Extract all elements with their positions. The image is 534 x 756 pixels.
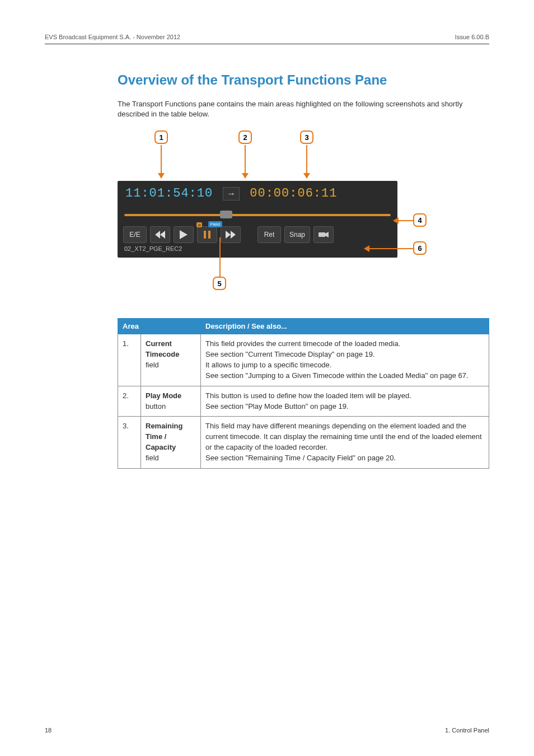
section-title: Overview of the Transport Functions Pane <box>118 72 489 88</box>
chapter-label: 1. Control Panel <box>445 727 489 734</box>
callout-line <box>219 237 221 277</box>
pause-button[interactable]: o Field <box>197 226 217 243</box>
arrow-down-icon <box>158 173 165 179</box>
transport-panel: 11:01:54:10 → 00:00:06:11 E/E <box>118 181 397 258</box>
camera-button[interactable] <box>313 226 334 243</box>
transport-diagram: 1 2 3 11:01:54:10 → 00:00:06:11 <box>118 130 431 302</box>
arrow-down-icon <box>303 173 310 179</box>
row-label: Play Mode button <box>141 386 201 417</box>
row-label: Current Timecode field <box>141 334 201 386</box>
table-row: 1. Current Timecode field This field pro… <box>118 334 489 386</box>
callout-2: 2 <box>238 130 252 144</box>
remaining-time-field: 00:00:06:11 <box>250 186 337 200</box>
arrow-down-icon <box>242 173 249 179</box>
callout-1: 1 <box>154 130 168 144</box>
callout-line <box>306 145 307 174</box>
label-bold: Remaining <box>146 422 182 430</box>
th-area: Area <box>118 319 201 334</box>
callout-line <box>245 145 246 174</box>
row-num: 3. <box>118 417 141 468</box>
th-desc: Description / See also... <box>201 319 489 334</box>
desc-line: It allows to jump to a specific timecode… <box>205 361 331 369</box>
desc-line: This button is used to define how the lo… <box>205 391 411 400</box>
pause-badge-field: Field <box>208 221 222 227</box>
header-right: Issue 6.00.B <box>455 34 489 40</box>
intro-text: The Transport Functions pane contains th… <box>118 99 489 119</box>
pause-badge-o: o <box>196 222 202 227</box>
label-bold: Current <box>146 339 172 348</box>
fast-forward-button[interactable] <box>221 226 241 243</box>
callout-6: 6 <box>413 241 427 255</box>
svg-rect-1 <box>208 231 210 239</box>
page-number: 18 <box>45 727 51 734</box>
fast-rewind-icon <box>155 231 165 239</box>
jog-shuttle-slider[interactable] <box>124 214 391 216</box>
arrow-left-icon <box>393 217 399 224</box>
slider-thumb[interactable] <box>220 211 232 218</box>
pause-icon <box>204 231 210 239</box>
desc-line: This field may have different meanings d… <box>205 422 482 451</box>
callout-line <box>161 145 162 174</box>
play-icon <box>180 230 188 239</box>
page-footer: 18 1. Control Panel <box>45 727 489 734</box>
table-row: 3. Remaining Time / Capacity field This … <box>118 417 489 468</box>
callout-5: 5 <box>213 277 226 290</box>
desc-line: This field provides the current timecode… <box>205 339 400 348</box>
label-bold: Time / <box>146 432 166 441</box>
callout-4: 4 <box>413 213 427 227</box>
camera-icon <box>318 231 329 238</box>
arrow-left-icon <box>364 245 369 252</box>
row-num: 2. <box>118 386 141 417</box>
recorder-name-label: 02_XT2_PGE_REC2 <box>118 244 397 258</box>
desc-line: See section "Current Timecode Display" o… <box>205 350 375 358</box>
area-table: Area Description / See also... 1. Curren… <box>118 318 489 468</box>
row-label: Remaining Time / Capacity field <box>141 417 201 468</box>
fast-rewind-button[interactable] <box>150 226 170 243</box>
label-bold: Play Mode <box>146 391 181 400</box>
svg-rect-2 <box>318 232 325 237</box>
table-row: 2. Play Mode button This button is used … <box>118 386 489 417</box>
play-button[interactable] <box>174 226 194 243</box>
label-bold: Timecode <box>146 350 179 358</box>
header-left: EVS Broadcast Equipment S.A. - November … <box>45 34 180 40</box>
callout-3: 3 <box>300 130 313 144</box>
row-desc: This field provides the current timecode… <box>201 334 489 386</box>
snap-button[interactable]: Snap <box>284 226 310 243</box>
fast-forward-icon <box>226 231 236 239</box>
ee-button[interactable]: E/E <box>123 226 147 243</box>
current-timecode-field[interactable]: 11:01:54:10 <box>125 186 213 200</box>
ret-button[interactable]: Ret <box>257 226 281 243</box>
callout-line <box>397 220 413 221</box>
row-num: 1. <box>118 334 141 386</box>
label-bold: Capacity <box>146 443 176 451</box>
svg-rect-0 <box>204 231 206 239</box>
label-plain: button <box>146 402 166 410</box>
row-desc: This button is used to define how the lo… <box>201 386 489 417</box>
page-header: EVS Broadcast Equipment S.A. - November … <box>45 34 489 44</box>
callout-line <box>368 248 413 249</box>
desc-line: See section "Jumping to a Given Timecode… <box>205 371 469 380</box>
label-plain: field <box>146 361 159 369</box>
desc-line: See section "Remaining Time / Capacity F… <box>205 454 396 462</box>
label-plain: field <box>146 454 159 462</box>
desc-line: See section "Play Mode Button" on page 1… <box>205 402 349 410</box>
row-desc: This field may have different meanings d… <box>201 417 489 468</box>
play-mode-button[interactable]: → <box>223 187 240 200</box>
